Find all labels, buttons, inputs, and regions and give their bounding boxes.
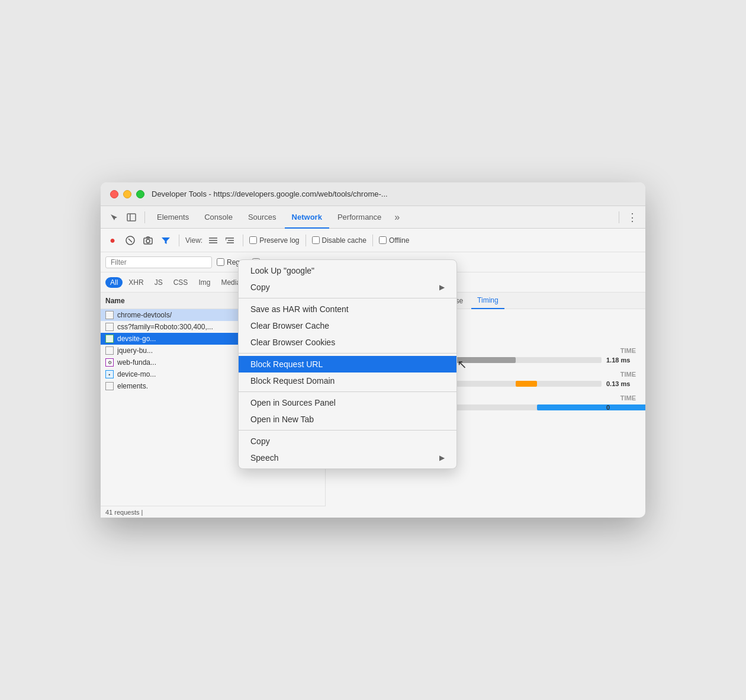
svg-rect-0 xyxy=(127,214,136,221)
list-view-button[interactable] xyxy=(206,233,220,248)
cursor-icon[interactable] xyxy=(105,209,122,226)
tab-separator-1 xyxy=(144,211,145,223)
disable-cache-checkbox[interactable]: Disable cache xyxy=(312,236,366,245)
view-icons xyxy=(206,233,237,248)
ctx-separator-3 xyxy=(239,391,456,392)
request-name: devsite-go... xyxy=(117,335,156,343)
ctx-block-url[interactable]: Block Request URL ↖ xyxy=(239,356,456,373)
tab-performance[interactable]: Performance xyxy=(330,206,388,229)
ctx-separator-4 xyxy=(239,430,456,431)
tree-view-button[interactable] xyxy=(223,233,237,248)
doc-icon xyxy=(105,382,114,390)
toolbar-separator-4 xyxy=(372,235,373,246)
toolbar-separator-2 xyxy=(243,235,243,246)
svg-rect-1 xyxy=(130,214,131,221)
scheduling-value: 1.18 ms xyxy=(606,357,636,364)
title-bar: Developer Tools - https://developers.goo… xyxy=(101,182,645,206)
ctx-clear-cookies[interactable]: Clear Browser Cookies xyxy=(239,334,456,351)
svg-line-3 xyxy=(128,239,132,242)
ctx-save-har[interactable]: Save as HAR with Content xyxy=(239,301,456,317)
toolbar: ● View: Preserve log Disable cach xyxy=(101,229,645,252)
stop-button[interactable] xyxy=(123,233,137,248)
cursor-pointer-icon: ↖ xyxy=(457,357,467,371)
filter-button[interactable] xyxy=(159,233,173,248)
ctx-copy-submenu[interactable]: Copy ▶ xyxy=(239,279,456,296)
kebab-menu-button[interactable]: ⋮ xyxy=(624,209,641,226)
type-js-button[interactable]: JS xyxy=(150,277,168,288)
ctx-block-domain[interactable]: Block Request Domain xyxy=(239,373,456,389)
ctx-speech[interactable]: Speech ▶ xyxy=(239,449,456,466)
type-img-button[interactable]: Img xyxy=(194,277,215,288)
doc-icon xyxy=(105,323,114,331)
more-tabs-button[interactable]: » xyxy=(390,212,404,223)
requests-footer: 41 requests | xyxy=(101,506,326,518)
type-xhr-button[interactable]: XHR xyxy=(124,277,148,288)
ctx-lookup[interactable]: Look Up "google" xyxy=(239,262,456,279)
connection-time-header: TIME xyxy=(620,371,636,378)
request-value: 0 xyxy=(606,404,636,411)
scheduling-time-header: TIME xyxy=(620,347,636,354)
preserve-log-checkbox[interactable]: Preserve log xyxy=(249,236,299,245)
tab-elements[interactable]: Elements xyxy=(150,206,196,229)
svg-point-5 xyxy=(146,239,150,243)
speech-arrow: ▶ xyxy=(439,454,445,462)
toolbar-separator-1 xyxy=(179,235,179,246)
ctx-copy-bottom[interactable]: Copy xyxy=(239,433,456,449)
minimize-button[interactable] xyxy=(123,190,131,198)
tab-network[interactable]: Network xyxy=(285,206,329,229)
connection-bar xyxy=(516,381,537,387)
request-name: elements. xyxy=(117,382,148,390)
close-button[interactable] xyxy=(110,190,118,198)
css-icon xyxy=(105,335,114,343)
doc-icon xyxy=(105,346,114,355)
toolbar-separator-3 xyxy=(306,235,306,246)
tab-timing[interactable]: Timing xyxy=(471,293,504,309)
doc-icon xyxy=(105,311,114,319)
window-title: Developer Tools - https://developers.goo… xyxy=(152,190,636,198)
ctx-clear-cache[interactable]: Clear Browser Cache xyxy=(239,317,456,334)
tab-separator-2 xyxy=(619,211,619,223)
ctx-separator-1 xyxy=(239,298,456,298)
img-icon: ▪ xyxy=(105,370,114,378)
filter-input[interactable] xyxy=(105,256,212,268)
view-label: View: xyxy=(185,236,202,245)
tab-console[interactable]: Console xyxy=(197,206,240,229)
offline-checkbox[interactable]: Offline xyxy=(379,236,409,245)
connection-value: 0.13 ms xyxy=(606,380,636,387)
ctx-open-sources[interactable]: Open in Sources Panel xyxy=(239,394,456,411)
devtools-window: Developer Tools - https://developers.goo… xyxy=(101,182,645,518)
camera-button[interactable] xyxy=(141,233,155,248)
request-time-header: TIME xyxy=(620,394,636,402)
type-all-button[interactable]: All xyxy=(105,277,123,288)
request-name: web-funda... xyxy=(117,358,156,367)
gear-icon: ⚙ xyxy=(105,358,114,367)
dock-icon[interactable] xyxy=(123,209,140,226)
traffic-lights xyxy=(110,190,144,198)
type-css-button[interactable]: CSS xyxy=(169,277,193,288)
ctx-separator-2 xyxy=(239,353,456,354)
tab-sources[interactable]: Sources xyxy=(241,206,284,229)
request-name: chrome-devtools/ xyxy=(117,311,172,319)
maximize-button[interactable] xyxy=(136,190,144,198)
tab-bar: Elements Console Sources Network Perform… xyxy=(101,206,645,229)
request-name: css?family=Roboto:300,400,... xyxy=(117,323,213,331)
ctx-open-new-tab[interactable]: Open in New Tab xyxy=(239,411,456,428)
record-button[interactable]: ● xyxy=(105,233,120,248)
submenu-arrow: ▶ xyxy=(439,283,445,291)
request-name: jquery-bu... xyxy=(117,346,153,355)
context-menu: Look Up "google" Copy ▶ Save as HAR with… xyxy=(238,259,457,469)
request-name: device-mo... xyxy=(117,370,156,378)
